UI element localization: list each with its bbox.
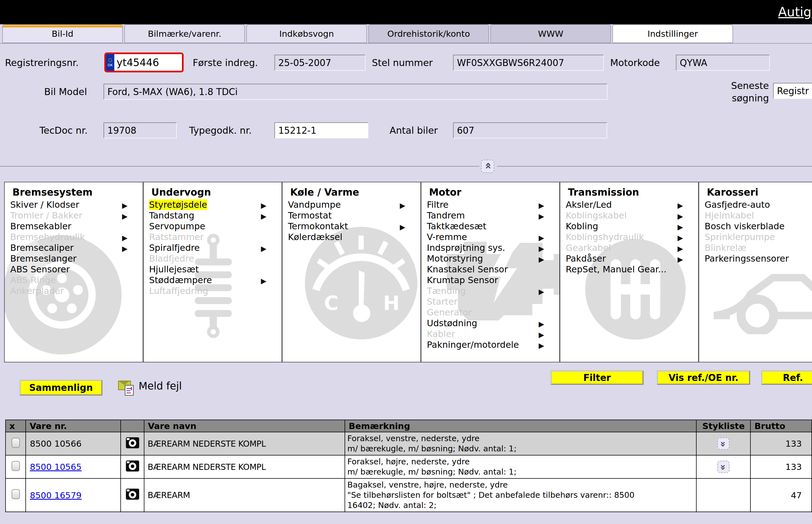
tecdoc-label: TecDoc nr. bbox=[39, 125, 87, 136]
header-brutto: Brutto bbox=[750, 420, 812, 432]
category-item: Tromler / Bakker▶ bbox=[5, 210, 143, 221]
category-item[interactable]: V-remme▶ bbox=[421, 232, 559, 243]
category-item[interactable]: Taktkædesæt bbox=[421, 221, 559, 232]
category-item[interactable]: Krumtap Sensor bbox=[421, 275, 559, 285]
submenu-arrow-icon: ▶ bbox=[678, 200, 683, 211]
type-approval-label: Typegodk. nr. bbox=[189, 125, 252, 136]
tab-ordrehistorik-konto[interactable]: Ordrehistorik/konto bbox=[368, 24, 489, 43]
row-select-checkbox[interactable] bbox=[12, 438, 20, 448]
category-item: Luftaffjedring bbox=[143, 285, 282, 296]
category-item[interactable]: Kobling▶ bbox=[560, 221, 698, 232]
category-item[interactable]: Gasfjedre-auto bbox=[699, 199, 812, 210]
submenu-arrow-icon: ▶ bbox=[261, 200, 267, 211]
category-item[interactable]: Spiralfjedre▶ bbox=[143, 243, 282, 253]
latest-search-select[interactable]: Registr bbox=[773, 83, 812, 99]
compare-button[interactable]: Sammenlign bbox=[20, 380, 102, 396]
part-number-link[interactable]: 8500 16579 bbox=[30, 490, 82, 500]
first-registration-label: Første indreg. bbox=[193, 57, 258, 68]
tab-bilmaerke-varenr[interactable]: Bilmærke/varenr. bbox=[124, 24, 245, 43]
eu-stars-icon bbox=[108, 58, 112, 62]
category-item[interactable]: RepSet, Manuel Gear... bbox=[560, 264, 698, 275]
category-item[interactable]: Støddæmpere▶ bbox=[143, 275, 282, 285]
category-title: Undervogn bbox=[143, 182, 282, 199]
parts-list-expand-button[interactable]: » bbox=[717, 438, 729, 450]
submenu-arrow-icon: ▶ bbox=[261, 276, 267, 286]
tab-indkobsvogn[interactable]: Indkøbsvogn bbox=[246, 24, 367, 43]
svg-text:C: C bbox=[324, 292, 338, 315]
category-column-transmission: TransmissionAksler/Led▶Koblingskabel▶Kob… bbox=[560, 182, 699, 362]
category-item[interactable]: Parkeringssensorer bbox=[699, 253, 812, 264]
tab-indstillinger[interactable]: Indstillinger bbox=[612, 24, 733, 43]
tab-www[interactable]: WWW bbox=[490, 24, 611, 43]
engine-code-field: QYWA bbox=[676, 55, 770, 71]
category-item: Bremsehydraulik▶ bbox=[5, 232, 143, 243]
category-item[interactable]: Termostat bbox=[283, 210, 421, 221]
category-item[interactable]: Knastaksel Sensor bbox=[421, 264, 559, 275]
category-item[interactable]: Bremsecaliper▶ bbox=[5, 243, 143, 253]
filter-button[interactable]: Filter bbox=[551, 371, 644, 385]
category-item[interactable]: Vandpumpe▶ bbox=[283, 199, 421, 210]
category-item[interactable]: Motorstyring▶ bbox=[421, 253, 559, 264]
category-item: Generator bbox=[421, 307, 559, 318]
submenu-arrow-icon: ▶ bbox=[539, 286, 544, 297]
top-right-link[interactable]: Autig bbox=[778, 4, 811, 19]
vin-field: WF0SXXGBWS6R24007 bbox=[453, 55, 604, 71]
category-item: Hjelmkabel bbox=[699, 210, 812, 221]
category-item[interactable]: Indsprøjtning sys.▶ bbox=[421, 243, 559, 253]
category-item[interactable]: Skiver / Klodser▶ bbox=[5, 199, 143, 210]
registration-input[interactable]: DK yt45446 bbox=[104, 52, 184, 72]
category-panel: BremsesystemSkiver / Klodser▶Tromler / B… bbox=[4, 182, 812, 362]
category-item[interactable]: Termokontakt▶ bbox=[283, 221, 421, 232]
tab-bil-id[interactable]: Bil-Id bbox=[2, 24, 123, 43]
category-item[interactable]: Filtre▶ bbox=[421, 199, 559, 210]
brutto-price: 133 bbox=[750, 432, 812, 455]
collapse-panel-button[interactable]: » bbox=[481, 160, 494, 173]
category-item[interactable]: Tandrem▶ bbox=[421, 210, 559, 221]
header-photo bbox=[121, 420, 144, 432]
submenu-arrow-icon: ▶ bbox=[539, 211, 544, 222]
category-item[interactable]: Pakdåser▶ bbox=[560, 253, 698, 264]
category-item: Blinkrelæ bbox=[699, 243, 812, 253]
part-remark: Bagaksel, venstre, højre, nederste, ydre… bbox=[345, 478, 696, 512]
category-item[interactable]: Udstødning▶ bbox=[421, 318, 559, 329]
category-item[interactable]: Pakninger/motordele▶ bbox=[421, 340, 559, 350]
part-name: BÆREARM NEDERSTE KOMPL bbox=[144, 432, 345, 455]
category-title: Karosseri bbox=[699, 182, 812, 199]
header-parts-list: Stykliste bbox=[696, 420, 750, 432]
parts-table-body: 8500 10566BÆREARM NEDERSTE KOMPLForaksel… bbox=[5, 432, 812, 512]
submenu-arrow-icon: ▶ bbox=[539, 200, 544, 211]
type-approval-input[interactable]: 15212-1 bbox=[274, 122, 368, 138]
category-item: Koblingshydraulik▶ bbox=[560, 232, 698, 243]
first-registration-field: 25-05-2007 bbox=[274, 55, 366, 71]
part-number-link[interactable]: 8500 10565 bbox=[30, 462, 82, 472]
category-item[interactable]: Styretøjsdele▶ bbox=[143, 199, 282, 210]
parts-list-expand-button[interactable]: » bbox=[717, 461, 729, 473]
camera-icon[interactable] bbox=[126, 460, 139, 472]
report-error-button[interactable]: Meld fejl bbox=[118, 379, 182, 396]
category-item[interactable]: Kølerdæksel bbox=[283, 232, 421, 243]
category-item: Gearkabel▶ bbox=[560, 243, 698, 253]
category-item[interactable]: Hjullejesæt bbox=[143, 264, 282, 275]
category-item: Ankerplader bbox=[5, 285, 143, 296]
category-item[interactable]: Bremseslanger bbox=[5, 253, 143, 264]
submenu-arrow-icon: ▶ bbox=[678, 222, 683, 233]
category-item[interactable]: Aksler/Led▶ bbox=[560, 199, 698, 210]
category-item[interactable]: Bremsekabler bbox=[5, 221, 143, 232]
category-column-koele-varme: CHKøle / VarmeVandpumpe▶TermostatTermoko… bbox=[283, 182, 421, 362]
category-item[interactable]: Tandstang▶ bbox=[143, 210, 282, 221]
brutto-price: 133 bbox=[750, 455, 812, 478]
submenu-arrow-icon: ▶ bbox=[122, 233, 128, 243]
show-ref-oe-button[interactable]: Vis ref./OE nr. bbox=[657, 371, 750, 385]
category-item[interactable]: ABS Sensorer bbox=[5, 264, 143, 275]
table-header-row: x Vare nr. Vare navn Bemærkning Styklist… bbox=[5, 420, 812, 432]
row-select-checkbox[interactable] bbox=[12, 489, 20, 499]
chevron-up-icon: » bbox=[482, 162, 493, 169]
category-item[interactable]: Servopumpe bbox=[143, 221, 282, 232]
category-item[interactable]: Bosch viskerblade bbox=[699, 221, 812, 232]
category-item: Bladfjedre bbox=[143, 253, 282, 264]
camera-icon[interactable] bbox=[126, 489, 139, 500]
ref-button[interactable]: Ref. bbox=[761, 371, 812, 385]
camera-icon[interactable] bbox=[126, 437, 139, 448]
header-remark: Bemærkning bbox=[345, 420, 696, 432]
row-select-checkbox[interactable] bbox=[12, 461, 20, 471]
